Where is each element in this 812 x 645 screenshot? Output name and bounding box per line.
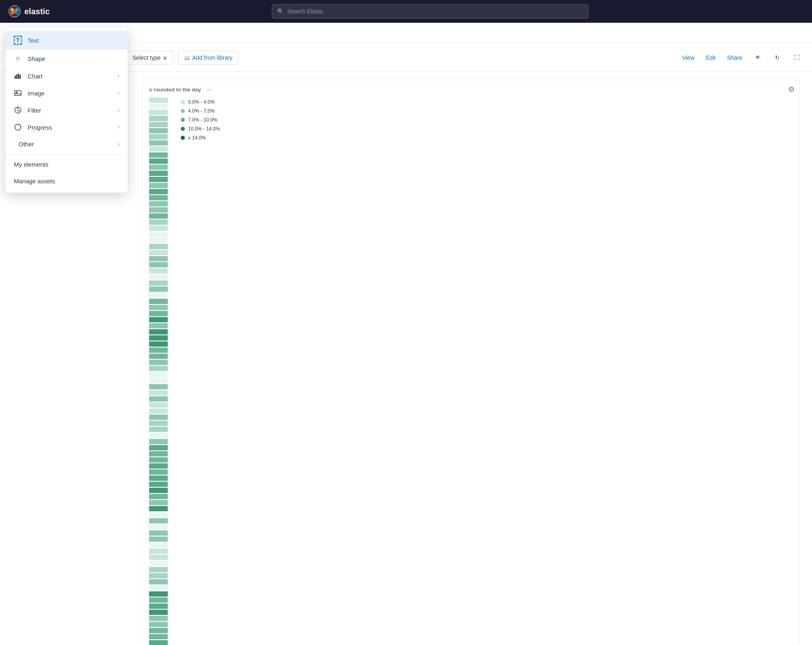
- heatmap-cell-2-16: [149, 488, 168, 493]
- heatmap-cell-3-6: [149, 573, 168, 578]
- legend-item-3: 10.0% - 14.0%: [181, 126, 220, 132]
- heatmap-cell-2-12: [149, 463, 168, 469]
- menu-item-other-label: Other: [19, 141, 34, 148]
- heatmap-legend: 0.0% - 4.0% 4.0% - 7.0% 7.0% - 10.0% 10.…: [181, 98, 220, 645]
- heatmap-cell-0-17: [149, 201, 168, 206]
- menu-item-shape-label: Shape: [28, 55, 45, 62]
- menu-item-chart[interactable]: Chart ›: [6, 67, 128, 85]
- visibility-toggle-button[interactable]: 👁: [750, 50, 765, 65]
- heatmap-cell-1-17: [149, 347, 168, 353]
- heatmap-cell-3-4: [149, 561, 168, 566]
- edit-button[interactable]: Edit: [703, 53, 719, 63]
- menu-item-manage-assets[interactable]: Manage assets: [6, 173, 128, 189]
- heatmap-cell-1-3: [149, 262, 168, 267]
- heatmap-cell-2-23: [149, 530, 168, 536]
- heatmap-col-1: [149, 244, 168, 389]
- heatmap-grid: [149, 98, 168, 645]
- heatmap-section: s rounded to the day ⚙ 0.0% - 4.0%: [142, 80, 800, 645]
- add-from-library-button[interactable]: 🗂 Add from library: [178, 51, 238, 65]
- menu-item-text[interactable]: T Text: [6, 31, 128, 50]
- heatmap-cell-3-15: [149, 628, 168, 633]
- svg-point-6: [13, 9, 17, 13]
- heatmap-cell-0-20: [149, 219, 168, 225]
- fullscreen-icon: ⛶: [794, 54, 799, 61]
- menu-item-other[interactable]: Other ›: [6, 136, 128, 152]
- heatmap-cell-1-23: [149, 384, 168, 389]
- heatmap-gear-button[interactable]: ⚙: [788, 85, 795, 94]
- menu-divider: [6, 154, 128, 154]
- heatmap-cell-1-2: [149, 256, 168, 261]
- search-placeholder: Search Elastic: [287, 8, 323, 15]
- view-button[interactable]: View: [679, 53, 697, 63]
- heatmap-cell-0-6: [149, 134, 168, 139]
- svg-rect-7: [15, 76, 16, 79]
- menu-item-my-elements[interactable]: My elements: [6, 156, 128, 173]
- menu-item-progress-label: Progress: [28, 124, 52, 131]
- heatmap-cell-3-10: [149, 597, 168, 603]
- heatmap-cell-0-4: [149, 122, 168, 127]
- toolbar-right: View Edit Share 👁 ↻ ⛶: [679, 50, 804, 65]
- image-menu-icon: [14, 89, 22, 97]
- other-chevron-icon: ›: [118, 141, 119, 147]
- my-elements-label: My elements: [14, 161, 48, 168]
- select-type-button[interactable]: Select type ∨: [126, 51, 173, 65]
- menu-item-image[interactable]: Image ›: [6, 85, 128, 102]
- refresh-button[interactable]: ↻: [770, 50, 784, 65]
- heatmap-cell-0-12: [149, 171, 168, 176]
- heatmap-cell-2-19: [149, 506, 168, 511]
- fullscreen-button[interactable]: ⛶: [789, 50, 804, 65]
- heatmap-cell-0-3: [149, 116, 168, 121]
- svg-rect-8: [16, 74, 17, 79]
- logo-text: elastic: [24, 7, 50, 16]
- refresh-icon: ↻: [775, 54, 780, 61]
- heatmap-cell-2-5: [149, 421, 168, 426]
- chart-chevron-icon: ›: [118, 73, 119, 79]
- heatmap-cell-2-20: [149, 512, 168, 517]
- heatmap-cell-0-21: [149, 226, 168, 231]
- heatmap-col-0: [149, 98, 168, 243]
- heatmap-cell-0-5: [149, 128, 168, 133]
- share-button[interactable]: Share: [724, 53, 745, 63]
- heatmap-cell-1-0: [149, 244, 168, 249]
- heatmap-cell-1-6: [149, 280, 168, 286]
- heatmap-cell-0-2: [149, 110, 168, 115]
- heatmap-cell-0-7: [149, 140, 168, 146]
- menu-item-image-label: Image: [28, 90, 45, 97]
- heatmap-cell-3-8: [149, 585, 168, 591]
- menu-item-shape[interactable]: ○ Shape: [6, 50, 128, 67]
- heatmap-cell-2-8: [149, 439, 168, 444]
- heatmap-cell-3-17: [149, 640, 168, 645]
- heatmap-cell-1-11: [149, 311, 168, 316]
- menu-item-filter[interactable]: Filter ›: [6, 102, 128, 119]
- heatmap-cell-0-0: [149, 98, 168, 103]
- svg-line-15: [18, 110, 20, 112]
- heatmap-cell-3-1: [149, 543, 168, 548]
- manage-assets-label: Manage assets: [14, 178, 55, 185]
- heatmap-cell-3-9: [149, 591, 168, 597]
- heatmap-cell-0-1: [149, 104, 168, 109]
- heatmap-cell-3-3: [149, 555, 168, 560]
- heatmap-cell-3-2: [149, 549, 168, 554]
- chart-menu-icon: [14, 72, 22, 80]
- legend-label-0: 0.0% - 4.0%: [188, 99, 214, 105]
- heatmap-cell-0-11: [149, 165, 168, 170]
- heatmap-cell-0-18: [149, 207, 168, 213]
- heatmap-cell-2-21: [149, 518, 168, 523]
- heatmap-cell-2-15: [149, 482, 168, 487]
- progress-chevron-icon: ›: [118, 124, 119, 130]
- svg-rect-9: [18, 74, 19, 79]
- menu-item-filter-label: Filter: [28, 107, 41, 114]
- heatmap-date-badge: [206, 89, 212, 91]
- search-bar[interactable]: 🔍 Search Elastic: [272, 4, 589, 19]
- elastic-logo-icon: [8, 5, 21, 18]
- heatmap-col-3: [149, 536, 168, 645]
- svg-rect-11: [15, 91, 21, 96]
- heatmap-cell-3-13: [149, 616, 168, 621]
- heatmap-cell-1-9: [149, 299, 168, 304]
- image-chevron-icon: ›: [118, 90, 119, 96]
- menu-item-progress[interactable]: Progress ›: [6, 119, 128, 136]
- heatmap-cell-0-22: [149, 232, 168, 237]
- legend-label-4: ≥ 14.0%: [188, 135, 206, 141]
- heatmap-cell-1-16: [149, 341, 168, 347]
- filter-menu-icon: [14, 106, 22, 114]
